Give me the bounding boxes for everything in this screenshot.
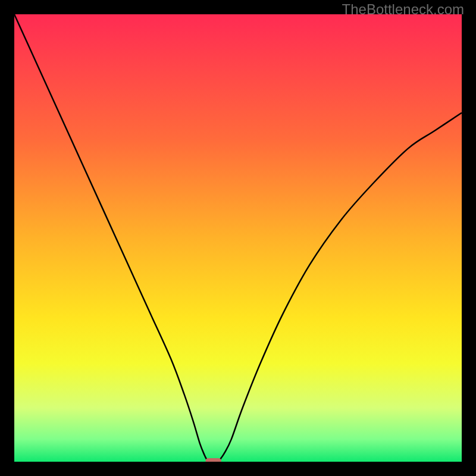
chart-plot-area [14, 14, 462, 462]
chart-svg [14, 14, 462, 462]
watermark-text: TheBottleneck.com [342, 1, 464, 18]
marker [205, 458, 221, 462]
chart-background [14, 14, 462, 462]
